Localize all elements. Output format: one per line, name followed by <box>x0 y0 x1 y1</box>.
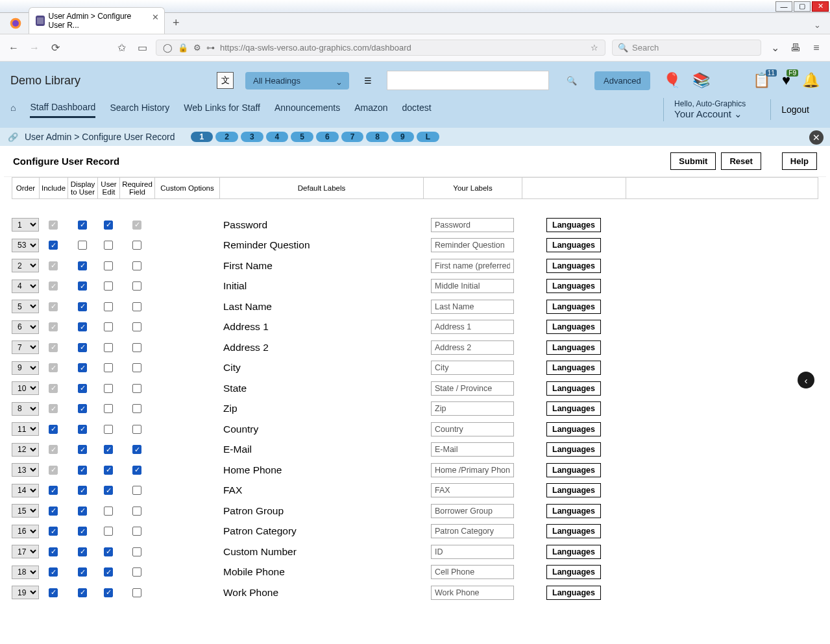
user-edit-checkbox[interactable] <box>104 241 113 250</box>
required-checkbox[interactable] <box>132 241 141 250</box>
languages-button[interactable]: Languages <box>546 545 601 559</box>
required-checkbox[interactable] <box>132 486 141 495</box>
include-checkbox[interactable]: ✓ <box>49 507 58 516</box>
languages-button[interactable]: Languages <box>546 483 601 497</box>
reset-button[interactable]: Reset <box>721 152 761 170</box>
print-icon[interactable]: 🖶 <box>788 42 803 54</box>
order-select[interactable]: 19 <box>12 586 39 599</box>
user-edit-checkbox[interactable] <box>104 261 113 270</box>
user-edit-checkbox[interactable] <box>104 404 113 413</box>
your-label-input[interactable] <box>431 238 514 252</box>
window-minimize[interactable]: — <box>775 1 792 12</box>
user-edit-checkbox[interactable]: ✓ <box>104 221 113 230</box>
order-select[interactable]: 4 <box>12 280 39 293</box>
order-select[interactable]: 1 <box>12 218 39 232</box>
scroll-left-icon[interactable]: ‹ <box>798 372 814 388</box>
list-icon[interactable]: 📋11 <box>753 72 770 89</box>
order-select[interactable]: 53 <box>12 239 39 252</box>
browser-tab[interactable]: User Admin > Configure User R... ✕ <box>29 7 165 34</box>
display-checkbox[interactable]: ✓ <box>78 588 87 597</box>
languages-button[interactable]: Languages <box>546 401 601 416</box>
order-select[interactable]: 8 <box>12 402 39 416</box>
nav-item[interactable]: Web Links for Staff <box>184 102 260 117</box>
display-checkbox[interactable] <box>78 241 87 250</box>
nav-item[interactable]: Announcements <box>275 102 340 117</box>
bookmark-star-icon[interactable]: ☆ <box>591 43 598 53</box>
include-checkbox[interactable]: ✓ <box>49 527 58 536</box>
step-pill[interactable]: 4 <box>266 132 289 142</box>
submit-button[interactable]: Submit <box>670 152 716 170</box>
user-edit-checkbox[interactable]: ✓ <box>104 588 113 597</box>
your-label-input[interactable] <box>431 401 514 416</box>
languages-button[interactable]: Languages <box>546 524 601 538</box>
help-button[interactable]: Help <box>782 152 817 170</box>
display-checkbox[interactable]: ✓ <box>78 547 87 556</box>
your-label-input[interactable] <box>431 524 514 538</box>
include-checkbox[interactable]: ✓ <box>49 588 58 597</box>
user-edit-checkbox[interactable]: ✓ <box>104 567 113 577</box>
your-label-input[interactable] <box>431 545 514 559</box>
your-label-input[interactable] <box>431 586 514 600</box>
your-label-input[interactable] <box>431 504 514 518</box>
step-pill[interactable]: 2 <box>215 132 238 142</box>
home-icon[interactable]: ⌂ <box>10 102 16 117</box>
your-label-input[interactable] <box>431 300 514 314</box>
required-checkbox[interactable] <box>132 507 141 516</box>
advanced-search-button[interactable]: Advanced <box>594 71 650 90</box>
browser-search[interactable]: 🔍 Search <box>612 40 761 56</box>
display-checkbox[interactable]: ✓ <box>78 363 87 372</box>
window-maximize[interactable]: ▢ <box>794 1 811 12</box>
languages-button[interactable]: Languages <box>546 218 601 232</box>
nav-item[interactable]: doctest <box>402 102 432 117</box>
user-edit-checkbox[interactable] <box>104 363 113 372</box>
languages-button[interactable]: Languages <box>546 279 601 293</box>
include-checkbox[interactable]: ✓ <box>49 486 58 495</box>
display-checkbox[interactable]: ✓ <box>78 425 87 434</box>
step-pill[interactable]: L <box>417 132 439 142</box>
display-checkbox[interactable]: ✓ <box>78 507 87 516</box>
user-edit-checkbox[interactable]: ✓ <box>104 486 113 495</box>
languages-button[interactable]: Languages <box>546 442 601 457</box>
order-select[interactable]: 14 <box>12 484 39 497</box>
close-panel-icon[interactable]: ✕ <box>809 130 824 145</box>
search-submit-icon[interactable]: 🔍 <box>561 71 583 90</box>
new-tab-button[interactable]: + <box>173 16 180 34</box>
step-pill[interactable]: 6 <box>316 132 339 142</box>
your-label-input[interactable] <box>431 340 514 355</box>
language-icon[interactable]: 文 <box>217 72 234 89</box>
languages-button[interactable]: Languages <box>546 381 601 396</box>
include-checkbox[interactable]: ✓ <box>49 425 58 434</box>
requests-icon[interactable]: 📚 <box>692 72 710 89</box>
account-block[interactable]: Hello, Auto-Graphics Your Account ⌄ <box>663 98 756 121</box>
nav-item[interactable]: Search History <box>110 102 169 117</box>
required-checkbox[interactable] <box>132 527 141 536</box>
favorites-icon[interactable]: ♥F9 <box>782 72 790 89</box>
display-checkbox[interactable]: ✓ <box>78 567 87 577</box>
your-label-input[interactable] <box>431 422 514 436</box>
user-edit-checkbox[interactable]: ✓ <box>104 466 113 475</box>
step-pill[interactable]: 7 <box>341 132 364 142</box>
display-checkbox[interactable]: ✓ <box>78 527 87 536</box>
required-checkbox[interactable] <box>132 547 141 556</box>
languages-button[interactable]: Languages <box>546 259 601 273</box>
display-checkbox[interactable]: ✓ <box>78 445 87 454</box>
your-label-input[interactable] <box>431 483 514 497</box>
order-select[interactable]: 5 <box>12 300 39 313</box>
search-scope-select[interactable]: All Headings ⌄ <box>245 72 349 89</box>
display-checkbox[interactable]: ✓ <box>78 302 87 311</box>
required-checkbox[interactable]: ✓ <box>132 445 141 454</box>
user-edit-checkbox[interactable] <box>104 343 113 352</box>
required-checkbox[interactable] <box>132 343 141 352</box>
languages-button[interactable]: Languages <box>546 504 601 518</box>
order-select[interactable]: 6 <box>12 320 39 334</box>
your-label-input[interactable] <box>431 361 514 375</box>
your-label-input[interactable] <box>431 279 514 293</box>
step-pill[interactable]: 3 <box>241 132 263 142</box>
include-checkbox[interactable]: ✓ <box>49 567 58 577</box>
languages-button[interactable]: Languages <box>546 422 601 436</box>
url-bar[interactable]: ◯ 🔒 ⚙ ⊶ https://qa-swls-verso.auto-graph… <box>156 40 605 56</box>
required-checkbox[interactable] <box>132 261 141 270</box>
bookmark-out-icon[interactable]: ✩ <box>114 42 128 54</box>
include-checkbox[interactable]: ✓ <box>49 547 58 556</box>
your-label-input[interactable] <box>431 259 514 273</box>
